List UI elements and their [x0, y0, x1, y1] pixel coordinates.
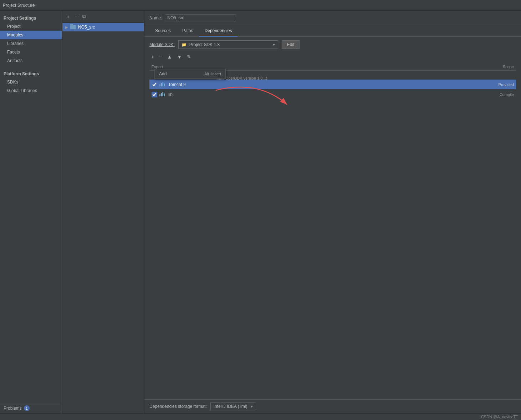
- title-bar-text: Project Structure: [3, 3, 35, 8]
- export-col-header: Export: [152, 65, 478, 69]
- tab-paths[interactable]: Paths: [177, 25, 199, 37]
- sidebar-item-sdks[interactable]: SDKs: [0, 78, 62, 86]
- sdk-select[interactable]: 📁 Project SDK 1.8 ▾: [178, 40, 278, 49]
- tree-item-label: NO5_src: [78, 25, 95, 30]
- sidebar-item-libraries[interactable]: Libraries: [0, 39, 62, 48]
- tree-panel: + − ⧉ ▶ NO5_src: [62, 11, 144, 413]
- tree-expand-icon: ▶: [65, 25, 68, 29]
- dep-down-button[interactable]: ▼: [175, 53, 184, 60]
- bottom-bar-text: CSDN @A_noviceTT: [481, 415, 518, 419]
- sidebar-item-artifacts[interactable]: Artifacts: [0, 56, 62, 65]
- sdk-chevron-icon: ▾: [273, 42, 275, 47]
- sdk-selected-value: Project SDK 1.8: [189, 42, 220, 47]
- dep-check-tomcat9[interactable]: [152, 82, 157, 87]
- popup-shortcut: Alt+Insert: [204, 72, 221, 76]
- popup-add-item[interactable]: Add Alt+Insert: [155, 69, 225, 79]
- tree-toolbar: + − ⧉: [62, 11, 144, 23]
- dep-up-button[interactable]: ▲: [165, 53, 174, 60]
- storage-bar: Dependencies storage format: IntelliJ ID…: [144, 399, 521, 413]
- sidebar-item-project[interactable]: Project: [0, 22, 62, 31]
- dep-check-lib[interactable]: [152, 92, 157, 97]
- tabs: Sources Paths Dependencies: [144, 25, 521, 37]
- dep-name-tomcat9: Tomcat 9: [168, 82, 478, 87]
- sdk-row: Module SDK: 📁 Project SDK 1.8 ▾ Edit: [149, 40, 516, 49]
- content-panel: Name: Sources Paths Dependencies Module …: [144, 11, 521, 413]
- platform-settings-header: Platform Settings: [0, 69, 62, 78]
- sidebar: Project Settings Project Modules Librari…: [0, 11, 62, 413]
- tree-item-no5-src[interactable]: ▶ NO5_src: [62, 23, 144, 31]
- dep-lib-icon-lib: [159, 91, 166, 97]
- folder-small-icon: 📁: [182, 42, 187, 47]
- name-label: Name:: [149, 15, 162, 20]
- tab-sources[interactable]: Sources: [149, 25, 177, 37]
- dep-row-tomcat9[interactable]: Tomcat 9 Provided: [149, 80, 516, 90]
- storage-selected: IntelliJ IDEA (.iml): [214, 404, 247, 409]
- problems-badge: 1: [24, 405, 30, 411]
- tree-copy-button[interactable]: ⧉: [81, 13, 87, 20]
- problems-label: Problems: [4, 406, 22, 411]
- sdk-label: Module SDK:: [149, 42, 175, 47]
- scope-col-header: Scope: [478, 65, 514, 69]
- dep-edit-button[interactable]: ✎: [185, 53, 193, 60]
- popup-add-label: Add: [159, 71, 167, 76]
- sidebar-item-modules[interactable]: Modules: [0, 31, 62, 39]
- problems-item[interactable]: Problems 1: [0, 403, 62, 413]
- storage-label: Dependencies storage format:: [149, 404, 207, 409]
- folder-icon: [70, 25, 76, 29]
- dep-lib-icon-tomcat9: [159, 81, 166, 87]
- dep-toolbar: + − ▲ ▼ ✎: [149, 53, 516, 60]
- sidebar-item-facets[interactable]: Facets: [0, 48, 62, 56]
- sdk-edit-button[interactable]: Edit: [282, 40, 300, 49]
- tab-dependencies[interactable]: Dependencies: [199, 25, 238, 37]
- dep-remove-button[interactable]: −: [157, 53, 164, 60]
- name-row: Name:: [144, 11, 521, 25]
- dep-name-lib: lib: [168, 92, 478, 97]
- name-input[interactable]: [165, 14, 236, 21]
- content-area: Module SDK: 📁 Project SDK 1.8 ▾ Edit + −…: [144, 37, 521, 399]
- main-container: Project Settings Project Modules Librari…: [0, 11, 521, 413]
- dep-scope-lib: Compile: [478, 92, 514, 97]
- tree-add-button[interactable]: +: [65, 13, 71, 20]
- title-bar: Project Structure: [0, 0, 521, 11]
- dep-row-lib[interactable]: lib Compile: [149, 90, 516, 100]
- sidebar-item-global-libraries[interactable]: Global Libraries: [0, 86, 62, 95]
- dep-scope-tomcat9: Provided: [478, 82, 514, 87]
- storage-select[interactable]: IntelliJ IDEA (.iml) ▾: [210, 403, 256, 410]
- storage-chevron-icon: ▾: [251, 404, 253, 409]
- popup-menu: Add Alt+Insert: [154, 69, 226, 79]
- bottom-bar: CSDN @A_noviceTT: [0, 413, 521, 420]
- project-settings-header: Project Settings: [0, 14, 62, 22]
- dep-add-button[interactable]: +: [149, 53, 156, 60]
- tree-remove-button[interactable]: −: [73, 13, 79, 20]
